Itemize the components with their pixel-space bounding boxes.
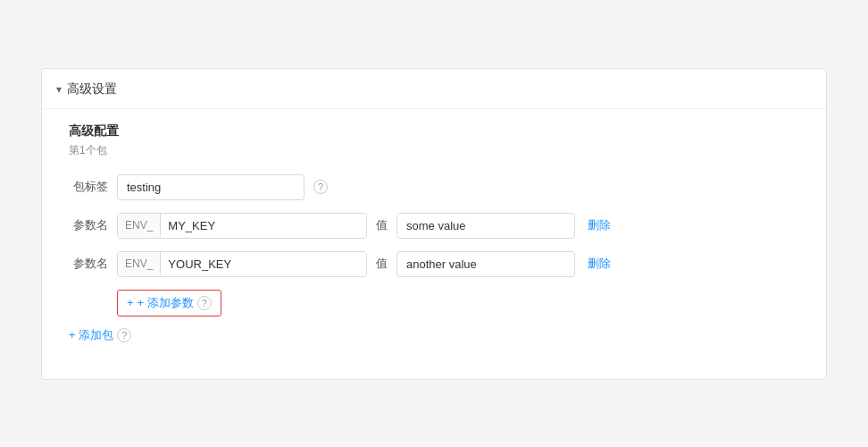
add-param-label: + 添加参数: [138, 295, 194, 311]
param-value-2[interactable]: [396, 251, 575, 277]
param-prefix-2: ENV_: [118, 252, 161, 275]
param-prefix-1: ENV_: [118, 214, 161, 237]
add-param-button[interactable]: + + 添加参数 ?: [117, 290, 221, 316]
section-header[interactable]: ▾ 高级设置: [42, 69, 826, 109]
param-label-1: 参数名: [69, 217, 108, 233]
section-title: 高级设置: [67, 81, 117, 97]
delete-btn-1[interactable]: 删除: [584, 217, 614, 233]
delete-btn-2[interactable]: 删除: [584, 256, 614, 272]
param-key-input-group-2: ENV_: [117, 251, 367, 277]
add-package-label: + 添加包: [69, 327, 113, 343]
tag-help-icon: ?: [313, 180, 328, 194]
add-param-help-icon: ?: [197, 296, 212, 310]
section-body: 高级配置 第1个包 包标签 ? 参数名 ENV_ 值 删除 参数名 ENV_: [42, 109, 826, 361]
param-value-1[interactable]: [396, 213, 575, 239]
param-row-2: 参数名 ENV_ 值 删除: [69, 251, 799, 277]
add-package-help-icon: ?: [117, 328, 131, 342]
param-row-1: 参数名 ENV_ 值 删除: [69, 213, 799, 239]
value-label-1: 值: [376, 217, 388, 233]
tag-input[interactable]: [117, 174, 305, 200]
subsection-subtitle: 第1个包: [69, 143, 799, 158]
add-package-row: + 添加包 ?: [69, 316, 799, 347]
value-label-2: 值: [376, 256, 388, 272]
add-param-plus-icon: +: [127, 296, 134, 309]
tag-label: 包标签: [69, 179, 108, 195]
param-key-1[interactable]: [161, 214, 366, 238]
subsection-title: 高级配置: [69, 123, 799, 139]
param-key-2[interactable]: [161, 252, 366, 276]
param-key-input-group-1: ENV_: [117, 213, 367, 239]
settings-card: ▾ 高级设置 高级配置 第1个包 包标签 ? 参数名 ENV_ 值 删除 参数名: [41, 68, 827, 380]
param-label-2: 参数名: [69, 256, 108, 272]
chevron-icon: ▾: [56, 83, 62, 96]
tag-row: 包标签 ?: [69, 174, 799, 200]
add-param-row: + + 添加参数 ?: [69, 290, 799, 316]
add-package-button[interactable]: + 添加包 ?: [69, 324, 131, 347]
